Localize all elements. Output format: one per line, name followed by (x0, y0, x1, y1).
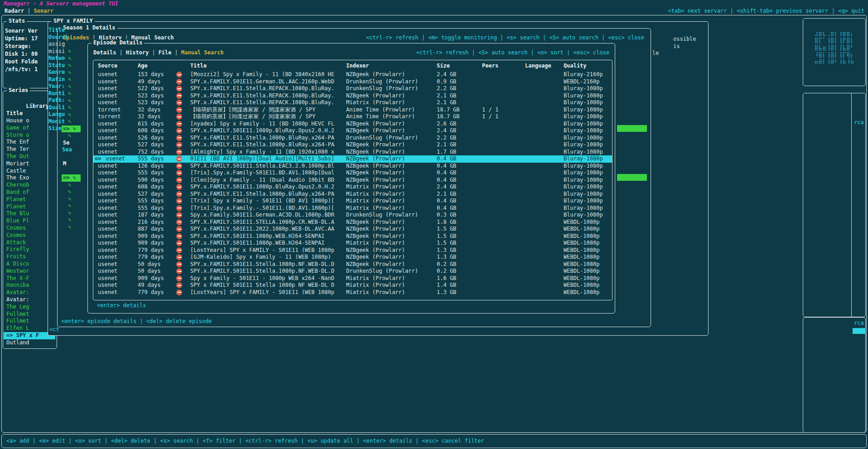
release-row[interactable]: usenet752 days[Almighty] Spy x Family - … (93, 149, 612, 156)
release-row[interactable]: usenet153 days[Moozzi2] Spy x Family - 1… (93, 71, 612, 78)
column-header-peers[interactable]: Peers (482, 63, 525, 69)
release-cell: 18.7 GB (437, 113, 482, 121)
release-cell: [Almighty] Spy x Family - 11 [BD 1920x10… (190, 149, 346, 156)
release-row[interactable]: usenet50 daysSPY.x.FAMILY.S01E11.Stella.… (93, 268, 612, 275)
tab-details[interactable]: Details (93, 49, 116, 56)
release-row[interactable]: usenet909 daysSPY.x.FAMILY.S01E11.1080p.… (93, 233, 612, 240)
column-header-indexer[interactable]: Indexer (346, 63, 437, 69)
release-cell: Bluray-1080p (564, 163, 612, 170)
release-cell: Miatrix (Prowlarr) (346, 183, 437, 191)
release-row[interactable]: usenet608 daysSPY.x.FAMILY.S01E11.1080p.… (93, 127, 612, 135)
release-row[interactable]: usenet523 daysSPY.x.FAMILY.E11.Stella.RE… (93, 99, 612, 106)
column-header-age[interactable]: Age (138, 63, 176, 69)
monitored-pencil-icon: ✎ (62, 83, 90, 91)
right-panel-divider (851, 93, 852, 317)
release-cell: SPY.x.FAMILY.E11.Stella.REPACK.1080p.Blu… (190, 85, 346, 92)
series-column-header: Title (6, 110, 23, 116)
column-header-title[interactable]: Title (190, 63, 346, 69)
release-row[interactable]: usenet526 daysSPY.x.FAMILY.E11.Stella.10… (93, 135, 612, 142)
release-cell: 779 days (138, 289, 176, 296)
release-row[interactable]: usenet50 daysSPY.x.FAMILY.S01E11.Stella.… (93, 261, 612, 268)
column-header-language[interactable]: Language (525, 63, 564, 69)
release-row[interactable]: torrent32 days【喵萌奶茶屋】[間諜過家家 / 間諜家家酒 / SP… (93, 106, 612, 114)
tab-library[interactable]: Library (26, 103, 49, 109)
release-cell: usenet (98, 219, 138, 226)
monitored-pencil-icon: ✎ (62, 182, 90, 189)
column-header-source[interactable]: Source (98, 63, 138, 69)
clipped-text-fragment: rca (854, 119, 864, 126)
release-cell: 527 days (138, 191, 176, 198)
release-row[interactable]: usenet49 daysSPY.x.FAMILY.S01E11.German.… (93, 78, 612, 86)
release-cell: NZBgeek (Prowlarr) (346, 233, 437, 240)
release-row[interactable]: usenet555 days[Trix].Spy.x.Family-S01E11… (93, 169, 612, 177)
release-cell: 50 days (138, 261, 176, 268)
release-row[interactable]: usenet779 days[LostYears] SPY x FAMILY -… (93, 289, 612, 296)
release-cell: usenet (98, 92, 138, 100)
release-row[interactable]: usenet527 daysSPY.x.FAMILY.E11.Stella.10… (93, 141, 612, 149)
release-row[interactable]: usenet555 days[Trix] Spy x Family - S01E… (93, 198, 612, 205)
release-cell: 752 days (138, 149, 176, 156)
tab-file[interactable]: File (159, 49, 172, 56)
series-list-item[interactable]: Outland (4, 339, 55, 347)
episode-details-modal-title: Episode Details (92, 39, 144, 46)
release-cell: DrunkenSlug (Prowlarr) (346, 85, 437, 92)
rejected-icon (176, 261, 182, 267)
release-row[interactable]: usenet527 daysSPY.x.FAMILY.E11.Stella.10… (93, 191, 612, 198)
column-header-size[interactable]: Size (437, 63, 482, 69)
release-row[interactable]: usenet779 days[GJM-Kaleido] Spy x Family… (93, 254, 612, 261)
rejected-icon (176, 170, 182, 176)
release-cell: 0.4 GB (437, 169, 482, 177)
release-row[interactable]: usenet608 daysSPY.x.FAMILY.S01E11.1080p.… (93, 183, 612, 191)
release-row[interactable]: usenet590 days[Cleo]Spy x Family - 11 (D… (93, 177, 612, 184)
release-cell: SPY.x.FAMILY.E11.Stella.REPACK.1080p.Blu… (190, 92, 346, 100)
release-row[interactable]: usenet909 daysSPY.x.FAMILY.S01E11.1080p.… (93, 240, 612, 247)
release-row[interactable]: usenet126 daysSPY.X.FAMILY.S01E11.Stella… (93, 163, 612, 170)
release-row[interactable]: usenet909 daysSpy x Family - S01E11 - 10… (93, 275, 612, 282)
release-row[interactable]: usenet615 days[nyadex] Spy x Family - 11… (93, 121, 612, 128)
release-row[interactable]: usenet523 daysSPY.x.FAMILY.E11.Stella.RE… (93, 92, 612, 100)
release-cell: SPY.x.FAMILY.E11.Stella.1080p.BluRay.x26… (190, 141, 346, 149)
release-cell: [Moozzi2] Spy x Family - 11 (BD 3840x216… (190, 71, 346, 78)
release-row[interactable]: usenet555 days[Trix].Spy.x.Family.-.S01E… (93, 205, 612, 212)
release-row[interactable]: usenet522 daysSPY.x.FAMILY.E11.Stella.RE… (93, 85, 612, 92)
release-row[interactable]: torrent32 days【喵萌奶茶屋】[间谍过家家 / 间谍家家酒 / SP… (93, 113, 612, 121)
rejected-icon (176, 282, 182, 288)
release-row[interactable]: usenet187 daysSpy.x.Family.S01E11.German… (93, 212, 612, 219)
release-cell: SPY.x.FAMILY.S01E11.2022.1080p.WEB-DL.AV… (190, 226, 346, 233)
tab-sonarr[interactable]: Sonarr (34, 8, 53, 14)
rejected-icon (176, 219, 182, 225)
results-rows: usenet153 days[Moozzi2] Spy x Family - 1… (93, 71, 612, 296)
release-cell: SPY.x.FAMILY.S01E11.1080p.WEB.H264-SENPA… (190, 240, 346, 247)
release-cell: usenet (98, 85, 138, 92)
monitored-pencil-icon: ✎ (62, 118, 90, 126)
release-cell: 0.9 GB (437, 78, 482, 86)
rejected-icon (176, 163, 182, 169)
release-row[interactable]: usenet49 daysSPY x FAMILY S01E11 Stella … (93, 282, 612, 289)
column-header-quality[interactable]: Quality (564, 63, 612, 69)
release-row[interactable]: usenet887 daysSPY.x.FAMILY.S01E11.2022.1… (93, 226, 612, 233)
release-cell: [LostYears] SPY x FAMILY - S01E11 (WEB 1… (190, 289, 346, 296)
season-keybinds: <ctrl-r> refresh | <m> toggle monitoring… (366, 34, 644, 41)
release-cell: 【喵萌奶茶屋】[間諜過家家 / 間諜家家酒 / SPY (190, 106, 346, 114)
release-cell: 555 days (138, 169, 176, 177)
release-cell: torrent (98, 113, 138, 121)
tab-history[interactable]: History (126, 49, 149, 56)
release-row[interactable]: usenet779 days[LostYears] SPY x FAMILY -… (93, 247, 612, 254)
tab-radarr[interactable]: Radarr (5, 8, 24, 14)
results-header: SourceAgeTitleIndexerSizePeersLanguageQu… (93, 63, 612, 69)
release-cell: 32 days (138, 106, 176, 114)
monitored-pencil-icon: ✎ (62, 48, 90, 55)
rejected-icon (176, 275, 182, 281)
release-row[interactable]: =>usenet555 days01E11 (BD AV1 1080p)[Dua… (93, 155, 612, 163)
release-cell: NZBgeek (Prowlarr) (346, 254, 437, 261)
tab-manual-search[interactable]: Manual Search (181, 49, 224, 56)
release-cell: 1.4 GB (437, 282, 482, 289)
release-cell: 608 days (138, 127, 176, 135)
rejected-icon (176, 135, 182, 141)
clipped-text-fragment: Sea (62, 146, 90, 154)
release-cell: usenet (98, 163, 138, 170)
release-cell: 0.4 GB (437, 163, 482, 170)
release-row[interactable]: usenet216 daysSPY.X.FAMILY.S01E11.STELLA… (93, 219, 612, 226)
release-cell: usenet (98, 99, 138, 106)
column-header-rejection[interactable] (176, 63, 190, 69)
